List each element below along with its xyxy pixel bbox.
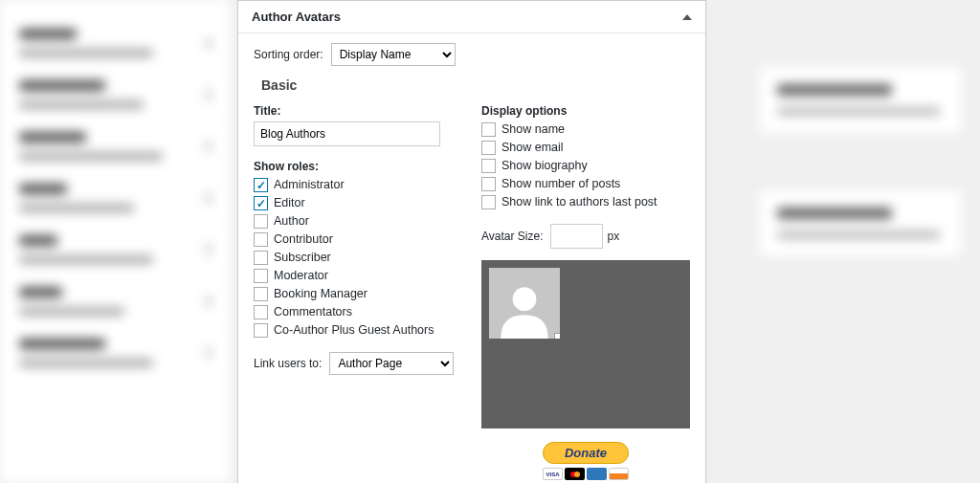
display-option-row: Show email [481, 140, 690, 156]
role-row: Co-Author Plus Guest Authors [254, 322, 462, 339]
display-option-label: Show link to authors last post [501, 194, 657, 210]
display-option-checkbox[interactable] [481, 122, 496, 137]
role-row: Author [254, 213, 462, 230]
roles-label: Show roles: [254, 160, 462, 173]
payment-cards-icons: VISA [481, 468, 690, 480]
role-row: Commentators [254, 304, 462, 320]
role-checkbox[interactable] [254, 305, 268, 319]
role-checkbox[interactable] [254, 251, 268, 265]
display-option-label: Show name [501, 121, 565, 138]
display-option-checkbox[interactable] [481, 195, 496, 209]
role-row: Subscriber [254, 250, 462, 266]
avatar-placeholder-icon [489, 268, 560, 339]
panel-header[interactable]: Author Avatars [238, 1, 705, 33]
role-checkbox[interactable] [254, 232, 268, 247]
visa-icon: VISA [543, 468, 563, 480]
role-checkbox[interactable] [254, 178, 268, 192]
avatar-preview [481, 260, 690, 428]
basic-section-title: Basic [261, 77, 690, 93]
role-row: Editor [254, 195, 462, 211]
display-option-label: Show biography [501, 158, 588, 174]
roles-list: AdministratorEditorAuthorContributorSubs… [254, 177, 462, 339]
role-label: Booking Manager [274, 286, 368, 302]
link-users-select[interactable]: Author Page [329, 352, 454, 375]
collapse-icon [682, 14, 692, 20]
amex-icon [587, 468, 607, 480]
display-option-row: Show name [481, 121, 690, 138]
sorting-label: Sorting order: [254, 48, 323, 61]
role-row: Moderator [254, 268, 462, 284]
display-option-row: Show biography [481, 158, 690, 174]
role-checkbox[interactable] [254, 287, 268, 301]
avatar-size-input[interactable] [550, 224, 603, 249]
display-option-label: Show email [501, 140, 564, 156]
display-options-label: Display options [481, 104, 690, 118]
role-row: Booking Manager [254, 286, 462, 302]
role-label: Contributor [274, 231, 333, 248]
donate-button[interactable]: Donate [543, 442, 629, 464]
display-option-label: Show number of posts [501, 176, 620, 192]
role-label: Subscriber [274, 250, 331, 266]
role-row: Contributor [254, 231, 462, 248]
role-label: Administrator [274, 177, 345, 193]
display-options-list: Show nameShow emailShow biographyShow nu… [481, 121, 690, 210]
role-checkbox[interactable] [254, 323, 268, 338]
avatar-size-label: Avatar Size: [481, 230, 543, 243]
role-checkbox[interactable] [254, 214, 268, 229]
display-option-row: Show number of posts [481, 176, 690, 192]
role-label: Moderator [274, 268, 328, 284]
role-label: Editor [274, 195, 305, 211]
author-avatars-panel: Author Avatars Sorting order: Display Na… [237, 0, 706, 483]
svg-point-0 [513, 287, 537, 311]
mastercard-icon [565, 468, 585, 480]
role-label: Commentators [274, 304, 352, 320]
display-option-checkbox[interactable] [481, 177, 496, 191]
display-option-row: Show link to authors last post [481, 194, 690, 210]
link-users-label: Link users to: [254, 357, 322, 370]
role-label: Author [274, 213, 309, 230]
role-row: Administrator [254, 177, 462, 193]
display-option-checkbox[interactable] [481, 141, 496, 155]
role-label: Co-Author Plus Guest Authors [274, 322, 434, 339]
role-checkbox[interactable] [254, 269, 268, 283]
sorting-select[interactable]: Display Name [331, 43, 456, 66]
avatar-size-unit: px [607, 230, 619, 243]
role-checkbox[interactable] [254, 196, 268, 210]
title-input[interactable] [254, 121, 440, 146]
panel-title: Author Avatars [252, 10, 341, 24]
display-option-checkbox[interactable] [481, 159, 496, 173]
title-label: Title: [254, 104, 462, 118]
discover-icon [609, 468, 629, 480]
